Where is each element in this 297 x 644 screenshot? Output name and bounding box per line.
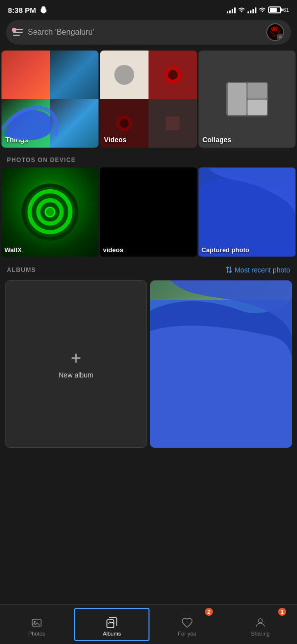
nav-item-albums[interactable]: Albums xyxy=(74,608,149,641)
svg-point-7 xyxy=(258,619,262,623)
nav-item-for-you[interactable]: 2 For you xyxy=(150,605,224,644)
status-bar: 8:38 PM 61 xyxy=(0,0,297,18)
wifi-icon xyxy=(238,6,246,13)
snapchat-icon xyxy=(39,5,48,14)
new-album-label: New album xyxy=(58,371,93,379)
device-photos-grid: WallX videos Captured photo xyxy=(0,167,297,257)
device-label-captured: Captured photo xyxy=(201,246,249,254)
nav-label-photos: Photos xyxy=(28,631,45,637)
category-item-things[interactable]: Things xyxy=(1,51,99,148)
photos-on-device-header: PHOTOS ON DEVICE xyxy=(0,149,297,167)
sort-icon: ⇅ xyxy=(225,265,233,275)
device-photo-captured[interactable]: Captured photo xyxy=(198,167,296,257)
profile-avatar[interactable]: ⊘ xyxy=(266,23,284,41)
status-right: 61 xyxy=(227,6,289,13)
search-bar[interactable]: Search 'Bengaluru' ⊘ xyxy=(6,20,291,45)
main-content: Things xyxy=(0,50,297,644)
battery-percent: 61 xyxy=(283,7,289,13)
svg-point-3 xyxy=(45,207,54,216)
albums-grid: + New album xyxy=(0,280,297,448)
nav-item-photos[interactable]: Photos xyxy=(0,605,73,644)
signal-bars-2 xyxy=(248,6,256,13)
most-recent-label: Most recent photo xyxy=(235,266,290,274)
category-grid: Things xyxy=(0,50,297,149)
category-item-videos[interactable]: Videos xyxy=(100,51,197,148)
device-photo-wallx[interactable]: WallX xyxy=(1,167,99,257)
camera-off-badge: ⊘ xyxy=(277,34,284,41)
photos-nav-icon xyxy=(31,617,43,629)
albums-nav-icon xyxy=(106,617,118,629)
scribble-captured xyxy=(198,167,296,257)
most-recent-sort[interactable]: ⇅ Most recent photo xyxy=(225,265,290,275)
nav-label-for-you: For you xyxy=(178,631,196,637)
wifi-icon-2 xyxy=(258,6,266,13)
category-item-collages[interactable]: Collages xyxy=(198,51,296,148)
album-item-2[interactable] xyxy=(150,280,292,448)
sharing-badge: 1 xyxy=(278,608,286,616)
sharing-nav-icon xyxy=(254,617,266,629)
plus-icon: + xyxy=(71,349,81,367)
albums-title: ALBUMS xyxy=(7,267,36,273)
device-label-videos: videos xyxy=(103,246,123,254)
category-label-things: Things xyxy=(5,136,28,144)
nav-label-sharing: Sharing xyxy=(251,631,270,637)
battery-icon xyxy=(268,6,281,13)
bottom-nav: Photos Albums 2 For you 1 Sharing xyxy=(0,604,297,644)
nav-label-albums: Albums xyxy=(103,631,121,637)
search-input-placeholder[interactable]: Search 'Bengaluru' xyxy=(28,28,261,37)
signal-bars-1 xyxy=(227,6,236,13)
svg-rect-6 xyxy=(107,620,114,628)
category-label-videos: Videos xyxy=(104,136,127,144)
status-left: 8:38 PM xyxy=(8,5,48,14)
svg-rect-4 xyxy=(32,619,41,626)
device-label-wallx: WallX xyxy=(4,246,22,254)
category-label-collages: Collages xyxy=(202,136,231,144)
nav-item-sharing[interactable]: 1 Sharing xyxy=(224,605,297,644)
for-you-nav-icon xyxy=(181,617,193,629)
for-you-badge: 2 xyxy=(205,608,213,616)
svg-point-5 xyxy=(34,621,36,623)
device-photo-videos[interactable]: videos xyxy=(100,167,197,257)
new-album-button[interactable]: + New album xyxy=(5,280,147,448)
albums-section-header: ALBUMS ⇅ Most recent photo xyxy=(0,257,297,280)
scribble-album2 xyxy=(150,280,292,448)
biohazard-symbol xyxy=(20,182,80,242)
status-time: 8:38 PM xyxy=(8,6,36,14)
